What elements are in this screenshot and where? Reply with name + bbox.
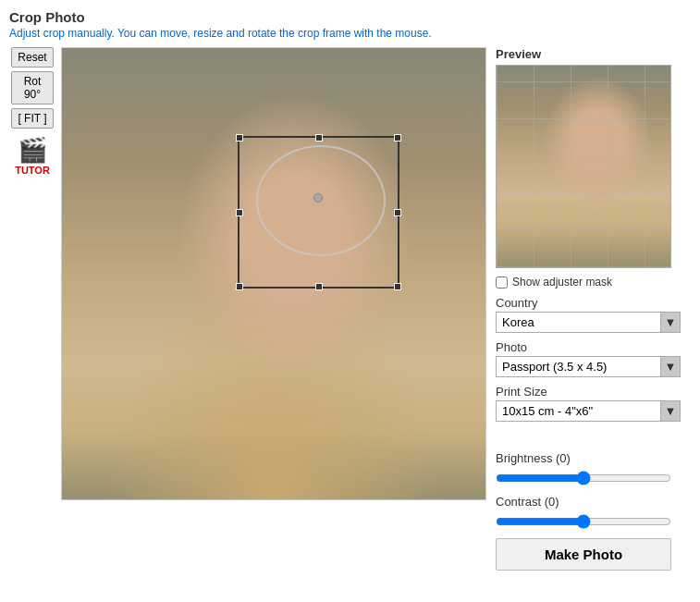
page-subtitle: Adjust crop manually. You can move, resi… xyxy=(9,27,691,40)
brightness-label: Brightness (0) xyxy=(496,451,681,465)
country-select[interactable]: Korea USA Japan China UK Germany xyxy=(496,312,671,333)
preview-box xyxy=(496,65,671,268)
show-adjuster-label: Show adjuster mask xyxy=(512,276,612,289)
brightness-group: Brightness (0) xyxy=(496,451,681,487)
crop-handle-bottom-right[interactable] xyxy=(394,283,401,290)
crop-frame[interactable] xyxy=(238,136,399,289)
crop-handle-top-left[interactable] xyxy=(236,134,243,141)
print-size-select[interactable]: 10x15 cm - 4"x6" 13x18 cm - 5"x7" 15x20 … xyxy=(496,400,671,422)
preview-label: Preview xyxy=(496,47,681,61)
crop-handle-bottom-middle[interactable] xyxy=(315,283,323,290)
film-icon: 🎬 xyxy=(18,136,47,165)
photo-select[interactable]: Passport (3.5 x 4.5) Visa (3.5 x 4.5) ID… xyxy=(496,356,671,377)
country-field: Country Korea USA Japan China UK Germany… xyxy=(496,296,681,333)
photo-label: Photo xyxy=(496,340,681,354)
fit-button[interactable]: [ FIT ] xyxy=(11,108,54,129)
photo-dropdown-wrapper: Passport (3.5 x 4.5) Visa (3.5 x 4.5) ID… xyxy=(496,356,681,377)
crop-handle-top-middle[interactable] xyxy=(315,134,323,141)
crop-handle-middle-left[interactable] xyxy=(236,209,243,216)
print-size-dropdown-wrapper: 10x15 cm - 4"x6" 13x18 cm - 5"x7" 15x20 … xyxy=(496,400,681,422)
make-photo-button[interactable]: Make Photo xyxy=(496,538,671,571)
preview-section: Preview xyxy=(496,47,681,268)
spacer xyxy=(496,429,681,444)
show-adjuster-row: Show adjuster mask xyxy=(496,276,681,289)
print-size-field: Print Size 10x15 cm - 4"x6" 13x18 cm - 5… xyxy=(496,385,681,422)
crop-canvas[interactable] xyxy=(61,47,486,500)
rotate-button[interactable]: Rot 90° xyxy=(11,71,54,104)
photo-field: Photo Passport (3.5 x 4.5) Visa (3.5 x 4… xyxy=(496,340,681,377)
contrast-label: Contrast (0) xyxy=(496,495,681,509)
contrast-slider[interactable] xyxy=(496,514,671,529)
page-title: Crop Photo xyxy=(9,9,691,25)
print-size-label: Print Size xyxy=(496,385,681,399)
show-adjuster-checkbox[interactable] xyxy=(496,276,508,289)
brightness-slider[interactable] xyxy=(496,471,671,485)
preview-grid-overlay xyxy=(497,66,670,267)
tutor-label: TUTOR xyxy=(15,165,50,176)
country-dropdown-wrapper: Korea USA Japan China UK Germany ▼ xyxy=(496,312,681,333)
crop-handle-bottom-left[interactable] xyxy=(236,283,243,290)
contrast-group: Contrast (0) xyxy=(496,495,681,531)
country-label: Country xyxy=(496,296,681,310)
crop-handle-middle-right[interactable] xyxy=(394,209,401,216)
right-panel: Preview Show adjuster mask Country Korea… xyxy=(496,47,681,571)
reset-button[interactable]: Reset xyxy=(11,47,54,68)
toolbar: Reset Rot 90° [ FIT ] 🎬 TUTOR xyxy=(9,47,55,571)
tutor-button[interactable]: 🎬 TUTOR xyxy=(15,136,50,176)
crop-handle-top-right[interactable] xyxy=(394,134,401,141)
rotate-handle[interactable] xyxy=(313,193,323,203)
photo-background xyxy=(62,48,485,499)
